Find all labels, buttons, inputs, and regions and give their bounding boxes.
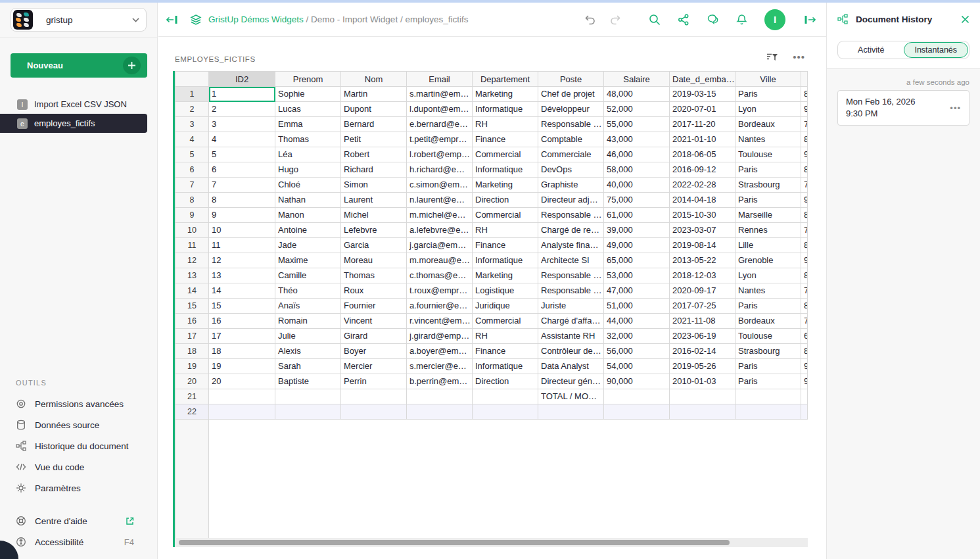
table-cell[interactable]: 8 bbox=[209, 193, 275, 208]
table-cell[interactable]: Direction bbox=[473, 374, 538, 389]
table-cell[interactable]: 47,000 bbox=[604, 283, 670, 299]
row-number[interactable]: 15 bbox=[175, 299, 209, 314]
row-number[interactable]: 4 bbox=[175, 132, 209, 147]
table-cell[interactable]: 9 bbox=[801, 253, 808, 268]
table-cell[interactable]: 75,000 bbox=[604, 193, 670, 208]
sidebar-item-centre-aide[interactable]: Centre d'aide bbox=[0, 510, 158, 531]
table-cell[interactable]: 6 bbox=[801, 329, 808, 344]
table-cell[interactable]: Comptable bbox=[538, 132, 604, 147]
table-cell[interactable]: 2016-02-14 bbox=[670, 344, 735, 359]
table-cell[interactable]: 51,000 bbox=[604, 299, 670, 314]
table-cell[interactable] bbox=[275, 404, 341, 420]
table-cell[interactable]: Moreau bbox=[341, 253, 407, 268]
table-cell[interactable]: 2018-12-03 bbox=[670, 268, 735, 283]
table-cell[interactable]: Paris bbox=[735, 299, 801, 314]
avatar[interactable]: I bbox=[764, 9, 785, 30]
table-cell[interactable]: 19 bbox=[209, 359, 275, 374]
sidebar-item-permissions[interactable]: Permissions avancées bbox=[0, 393, 158, 414]
undo-icon[interactable] bbox=[583, 14, 595, 25]
table-cell[interactable]: 2019-05-26 bbox=[670, 359, 735, 374]
row-number[interactable]: 8 bbox=[175, 193, 209, 208]
row-number[interactable]: 22 bbox=[175, 404, 209, 420]
breadcrumb-workspace[interactable]: GristUp Démos Widgets bbox=[208, 14, 304, 24]
table-cell[interactable]: Lyon bbox=[735, 102, 801, 117]
table-cell[interactable]: Analyste fina… bbox=[538, 238, 604, 253]
snapshot-menu-dots-icon[interactable]: ••• bbox=[950, 103, 961, 113]
table-cell[interactable]: 8 bbox=[801, 162, 808, 178]
table-cell[interactable]: Contrôleur de… bbox=[538, 344, 604, 359]
table-cell[interactable]: Chargé d'affa… bbox=[538, 314, 604, 329]
table-cell[interactable]: Baptiste bbox=[275, 374, 341, 389]
table-cell[interactable]: Boyer bbox=[341, 344, 407, 359]
table-cell[interactable]: 9 bbox=[209, 208, 275, 223]
column-header-Email[interactable]: Email bbox=[407, 71, 473, 87]
table-cell[interactable]: Directeur gén… bbox=[538, 374, 604, 389]
table-cell[interactable]: 90,000 bbox=[604, 374, 670, 389]
table-cell[interactable]: Informatique bbox=[473, 162, 538, 178]
table-cell[interactable]: c.thomas@e… bbox=[407, 268, 473, 283]
table-cell[interactable]: 58,000 bbox=[604, 162, 670, 178]
table-cell[interactable]: Juridique bbox=[473, 299, 538, 314]
table-cell[interactable]: Informatique bbox=[473, 102, 538, 117]
table-cell[interactable]: Grenoble bbox=[735, 253, 801, 268]
table-cell[interactable]: Julie bbox=[275, 329, 341, 344]
row-number[interactable]: 16 bbox=[175, 314, 209, 329]
sidebar-item-import-excel[interactable]: I Import Excel CSV JSON bbox=[0, 95, 147, 114]
table-cell[interactable]: Nantes bbox=[735, 283, 801, 299]
table-cell[interactable]: Toulouse bbox=[735, 329, 801, 344]
table-cell[interactable]: Robert bbox=[341, 147, 407, 162]
table-cell[interactable]: Bernard bbox=[341, 117, 407, 132]
table-cell[interactable]: 2017-11-20 bbox=[670, 117, 735, 132]
table-cell[interactable]: 2015-10-30 bbox=[670, 208, 735, 223]
column-header-Prenom[interactable]: Prenom bbox=[275, 71, 341, 87]
table-cell[interactable]: 46,000 bbox=[604, 147, 670, 162]
redo-icon[interactable] bbox=[610, 14, 622, 25]
table-cell[interactable]: 14 bbox=[209, 283, 275, 299]
table-cell[interactable]: Richard bbox=[341, 162, 407, 178]
table-cell[interactable]: Marketing bbox=[473, 178, 538, 193]
table-cell[interactable]: Commerciale bbox=[538, 147, 604, 162]
sidebar-item-donnees-source[interactable]: Données source bbox=[0, 414, 158, 435]
table-cell[interactable]: 13 bbox=[209, 268, 275, 283]
table-cell[interactable]: t.roux@empr… bbox=[407, 283, 473, 299]
table-cell[interactable]: Lyon bbox=[735, 268, 801, 283]
table-cell[interactable] bbox=[670, 404, 735, 420]
table-cell[interactable]: Perrin bbox=[341, 374, 407, 389]
table-cell[interactable]: Simon bbox=[341, 178, 407, 193]
column-header-clipped[interactable] bbox=[801, 71, 808, 87]
table-cell[interactable]: Thomas bbox=[341, 268, 407, 283]
table-cell[interactable]: 8 bbox=[801, 238, 808, 253]
comments-icon[interactable] bbox=[707, 14, 719, 25]
table-cell[interactable]: 7 bbox=[801, 117, 808, 132]
table-cell[interactable] bbox=[407, 389, 473, 404]
table-cell[interactable]: 7 bbox=[801, 283, 808, 299]
table-cell[interactable]: t.petit@empr… bbox=[407, 132, 473, 147]
table-cell[interactable]: r.vincent@em… bbox=[407, 314, 473, 329]
row-number[interactable]: 14 bbox=[175, 283, 209, 299]
share-icon[interactable] bbox=[678, 14, 689, 26]
table-cell[interactable]: 9 bbox=[801, 359, 808, 374]
table-cell[interactable]: 9 bbox=[801, 102, 808, 117]
table-cell[interactable]: Garcia bbox=[341, 238, 407, 253]
row-number[interactable]: 18 bbox=[175, 344, 209, 359]
table-cell[interactable]: Marketing bbox=[473, 268, 538, 283]
row-number[interactable]: 17 bbox=[175, 329, 209, 344]
close-icon[interactable] bbox=[961, 15, 969, 24]
table-cell[interactable]: m.moreau@e… bbox=[407, 253, 473, 268]
table-cell[interactable]: Commercial bbox=[473, 314, 538, 329]
table-cell[interactable]: Mercier bbox=[341, 359, 407, 374]
table-cell[interactable]: Alexis bbox=[275, 344, 341, 359]
table-cell[interactable]: c.simon@em… bbox=[407, 178, 473, 193]
table-cell[interactable]: RH bbox=[473, 117, 538, 132]
table-cell[interactable]: Fournier bbox=[341, 299, 407, 314]
table-cell[interactable]: j.girard@emp… bbox=[407, 329, 473, 344]
table-cell[interactable]: 12 bbox=[209, 253, 275, 268]
table-cell[interactable]: Lucas bbox=[275, 102, 341, 117]
table-cell[interactable]: 2019-03-15 bbox=[670, 87, 735, 102]
table-cell[interactable]: Lefebvre bbox=[341, 223, 407, 238]
table-cell[interactable]: 55,000 bbox=[604, 117, 670, 132]
table-cell[interactable]: 2013-05-22 bbox=[670, 253, 735, 268]
layers-icon[interactable] bbox=[190, 14, 202, 26]
table-cell[interactable]: TOTAL / MO… bbox=[538, 389, 604, 404]
table-cell[interactable]: Juriste bbox=[538, 299, 604, 314]
